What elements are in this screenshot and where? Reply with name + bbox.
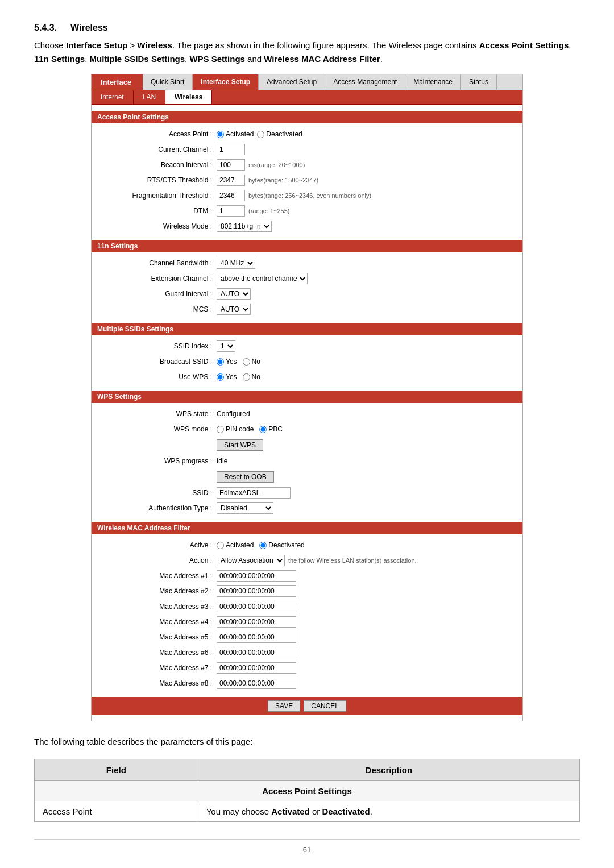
- frag-input[interactable]: [217, 190, 245, 201]
- nav-access-management[interactable]: Access Management: [325, 74, 405, 90]
- guard-value: AUTO Long: [217, 288, 251, 300]
- nav-quick-start[interactable]: Quick Start: [143, 74, 193, 90]
- ext-select[interactable]: above the control channel below the cont…: [217, 273, 308, 284]
- mac-filter-section: Active : Activated Deactivated Action :: [92, 534, 522, 697]
- mac-active-row: Active : Activated Deactivated: [103, 539, 511, 551]
- ext-row: Extension Channel : above the control ch…: [103, 272, 511, 285]
- nav-interface-setup[interactable]: Interface Setup: [193, 74, 259, 90]
- start-wps-button[interactable]: Start WPS: [217, 439, 263, 451]
- mac8-input[interactable]: [217, 678, 296, 689]
- mac-action-row: Action : Allow Association Deny Associat…: [103, 554, 511, 567]
- beacon-label: Beacon Interval :: [103, 161, 217, 169]
- ap-deactivated-label[interactable]: Deactivated: [257, 130, 302, 138]
- broadcast-no-label[interactable]: No: [243, 358, 260, 366]
- table-section-label: Access Point Settings: [35, 781, 580, 801]
- mac1-input[interactable]: [217, 570, 296, 582]
- mac-action-value: Allow Association Deny Association the f…: [217, 555, 417, 566]
- mcs-select[interactable]: AUTO: [217, 304, 251, 315]
- mcs-label: MCS :: [103, 305, 217, 313]
- mac6-input[interactable]: [217, 647, 296, 658]
- mac4-row: Mac Address #4 :: [103, 616, 511, 628]
- use-wps-no-radio[interactable]: [243, 373, 250, 381]
- sub-lan[interactable]: LAN: [134, 90, 165, 104]
- mac3-input[interactable]: [217, 601, 296, 612]
- broadcast-yes-radio[interactable]: [217, 358, 224, 366]
- wps-pbc-label[interactable]: PBC: [259, 425, 283, 433]
- mac2-label: Mac Address #2 :: [103, 587, 217, 595]
- section-header-wps: WPS Settings: [92, 391, 522, 403]
- broadcast-no-radio[interactable]: [243, 358, 250, 366]
- mac-deactivated-label[interactable]: Deactivated: [259, 541, 304, 549]
- access-point-section: Access Point : Activated Deactivated Cur…: [92, 123, 522, 240]
- use-wps-no-label[interactable]: No: [243, 373, 260, 381]
- mac7-row: Mac Address #7 :: [103, 662, 511, 674]
- mac-activated-radio[interactable]: [217, 542, 224, 549]
- dtm-label: DTM :: [103, 207, 217, 215]
- section-title: Wireless: [70, 23, 108, 33]
- rts-input[interactable]: [217, 175, 245, 186]
- auth-type-row: Authentication Type : Disabled WPA WPA2: [103, 502, 511, 514]
- start-wps-row: Start WPS: [103, 438, 511, 452]
- dtm-input[interactable]: [217, 205, 245, 217]
- wmode-select[interactable]: 802.11b+g+n 802.11b+g 802.11n: [217, 221, 272, 232]
- mac4-value: [217, 616, 296, 628]
- mac5-label: Mac Address #5 :: [103, 633, 217, 641]
- channel-row: Current Channel :: [103, 143, 511, 156]
- chbw-select[interactable]: 40 MHz 20 MHz: [217, 258, 255, 269]
- guard-select[interactable]: AUTO Long: [217, 288, 251, 300]
- mac-activated-label[interactable]: Activated: [217, 541, 254, 549]
- channel-input[interactable]: [217, 144, 245, 155]
- ap-activated-label[interactable]: Activated: [217, 130, 254, 138]
- nav-advanced-setup[interactable]: Advanced Setup: [259, 74, 325, 90]
- ssid-input[interactable]: [217, 487, 291, 499]
- wmode-label: Wireless Mode :: [103, 222, 217, 230]
- rts-row: RTS/CTS Threshold : bytes(range: 1500~23…: [103, 174, 511, 186]
- wps-progress-row: WPS progress : Idle: [103, 455, 511, 467]
- wps-pin-label[interactable]: PIN code: [217, 425, 254, 433]
- broadcast-yes-label[interactable]: Yes: [217, 358, 237, 366]
- mac-active-value: Activated Deactivated: [217, 541, 305, 549]
- mac5-input[interactable]: [217, 632, 296, 643]
- mac-deactivated-radio[interactable]: [259, 542, 267, 549]
- ap-activated-radio[interactable]: [217, 131, 224, 138]
- ssids-section: SSID Index : 1 2 3 4 Broadcast SSID : Ye…: [92, 335, 522, 391]
- content-area: Access Point Settings Access Point : Act…: [92, 105, 522, 721]
- start-wps-value: Start WPS: [217, 438, 263, 452]
- mac-action-select[interactable]: Allow Association Deny Association: [217, 555, 285, 566]
- mac6-value: [217, 647, 296, 658]
- mac8-value: [217, 678, 296, 689]
- reset-oob-value: Reset to OOB: [217, 470, 274, 484]
- mac-action-label: Action :: [103, 556, 217, 564]
- broadcast-ssid-row: Broadcast SSID : Yes No: [103, 355, 511, 368]
- mac2-value: [217, 585, 296, 597]
- table-desc-ap: You may choose Activated or Deactivated.: [198, 801, 579, 822]
- wps-state-row: WPS state : Configured: [103, 408, 511, 420]
- sub-wireless[interactable]: Wireless: [165, 90, 212, 104]
- use-wps-yes-label[interactable]: Yes: [217, 373, 237, 381]
- mac4-input[interactable]: [217, 616, 296, 628]
- save-button[interactable]: SAVE: [268, 700, 300, 712]
- sub-internet[interactable]: Internet: [92, 90, 134, 104]
- auth-type-value: Disabled WPA WPA2: [217, 502, 273, 514]
- use-wps-label: Use WPS :: [103, 373, 217, 381]
- ap-deactivated-radio[interactable]: [257, 131, 264, 138]
- nav-maintenance[interactable]: Maintenance: [405, 74, 461, 90]
- beacon-input[interactable]: [217, 159, 245, 171]
- wmode-value: 802.11b+g+n 802.11b+g 802.11n: [217, 221, 272, 232]
- col-description: Description: [198, 759, 579, 781]
- beacon-hint: ms(range: 20~1000): [248, 161, 305, 168]
- use-wps-yes-radio[interactable]: [217, 373, 224, 381]
- cancel-button[interactable]: CANCEL: [304, 700, 346, 712]
- use-wps-value: Yes No: [217, 373, 260, 381]
- mac6-row: Mac Address #6 :: [103, 646, 511, 659]
- ssid-index-select[interactable]: 1 2 3 4: [217, 340, 235, 352]
- reset-oob-button[interactable]: Reset to OOB: [217, 471, 274, 483]
- auth-type-select[interactable]: Disabled WPA WPA2: [217, 502, 273, 514]
- mac2-input[interactable]: [217, 585, 296, 597]
- wps-pin-radio[interactable]: [217, 426, 224, 433]
- nav-status[interactable]: Status: [461, 74, 497, 90]
- mac7-input[interactable]: [217, 662, 296, 674]
- mac4-label: Mac Address #4 :: [103, 618, 217, 626]
- wps-pbc-radio[interactable]: [259, 426, 267, 433]
- mac1-label: Mac Address #1 :: [103, 572, 217, 580]
